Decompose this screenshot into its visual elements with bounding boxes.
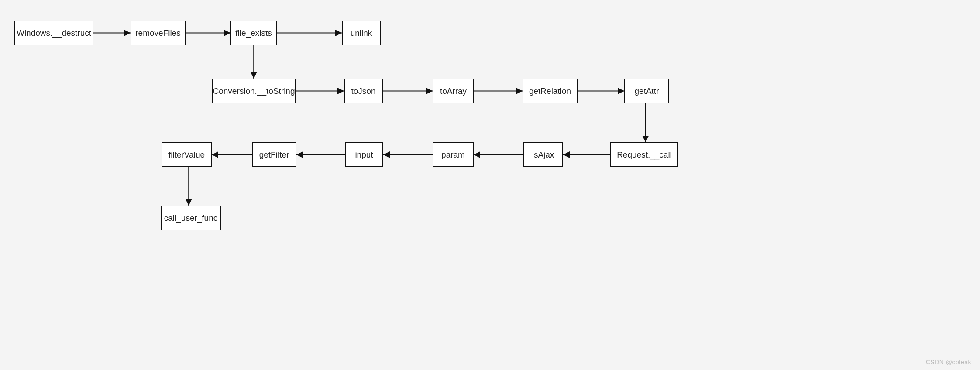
node-getFilter: getFilter — [252, 142, 296, 167]
node-param: param — [433, 142, 474, 167]
node-removeFiles: removeFiles — [131, 21, 186, 45]
watermark: CSDN @coleak — [926, 359, 971, 366]
node-request-call: Request.__call — [610, 142, 678, 167]
node-toJson: toJson — [344, 79, 383, 103]
node-call-user-func: call_user_func — [161, 206, 221, 230]
node-filterValue: filterValue — [162, 142, 212, 167]
node-getAttr: getAttr — [624, 79, 669, 103]
node-conversion-tostring: Conversion.__toString — [212, 79, 296, 103]
node-isAjax: isAjax — [523, 142, 563, 167]
node-file-exists: file_exists — [230, 21, 277, 45]
node-toArray: toArray — [433, 79, 474, 103]
node-getRelation: getRelation — [523, 79, 578, 103]
node-windows-destruct: Windows.__destruct — [14, 21, 93, 45]
node-input: input — [345, 142, 383, 167]
node-unlink: unlink — [342, 21, 381, 45]
diagram-edges — [0, 0, 980, 370]
